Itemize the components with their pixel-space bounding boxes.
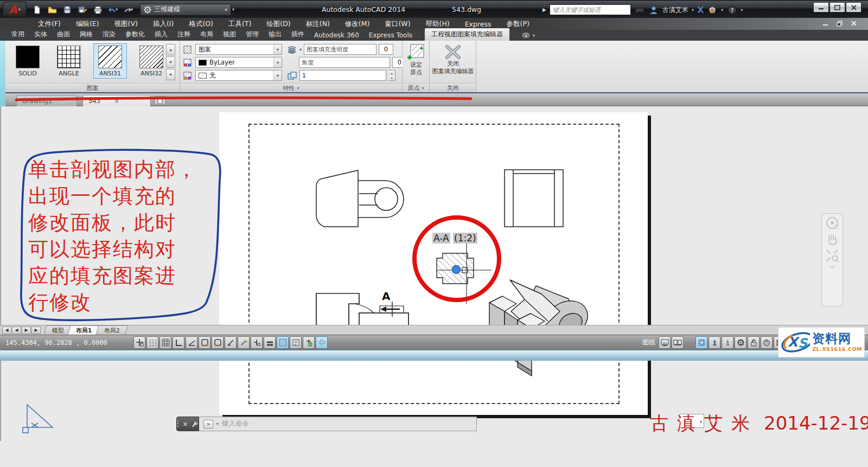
ribbon-tab-home[interactable]: 常用: [7, 28, 29, 41]
menu-help[interactable]: 帮助(H): [418, 20, 457, 29]
autoscale-button[interactable]: [722, 336, 733, 349]
properties-panel-title[interactable]: 特性▾: [180, 83, 402, 92]
ribbon-tab-render[interactable]: 渲染: [98, 28, 120, 41]
redo-button[interactable]: ▾: [122, 3, 135, 16]
close-hatch-editor-button[interactable]: 关闭 图案填充编辑器: [431, 44, 475, 75]
menu-insert[interactable]: 插入(I): [145, 20, 181, 29]
pattern-angle[interactable]: ANGLE: [52, 43, 86, 79]
ribbon-minimize-control[interactable]: ▴ ▾: [521, 32, 535, 41]
menu-parametric[interactable]: 参数(P): [499, 20, 537, 29]
communication-center-button[interactable]: [707, 4, 718, 15]
ribbon-tab-express-tools[interactable]: Express Tools: [364, 30, 417, 41]
prev-layout-button[interactable]: ◀: [12, 327, 21, 334]
quick-view-layouts-button[interactable]: [659, 336, 671, 349]
cc-caret-icon[interactable]: ▾: [721, 8, 723, 12]
polar-toggle[interactable]: [186, 336, 197, 349]
menu-modify[interactable]: 修改(M): [337, 20, 378, 29]
toolbar-lock-button[interactable]: [748, 336, 760, 349]
ribbon-tab-mesh[interactable]: 网格: [75, 28, 98, 41]
gallery-scroll-up-button[interactable]: ▴: [166, 44, 175, 55]
qat-customize-caret-icon[interactable]: ▾: [232, 7, 234, 12]
layout-tab-layout1[interactable]: 布局1: [68, 325, 101, 335]
next-layout-button[interactable]: ▶: [22, 327, 31, 334]
layout-paper[interactable]: [219, 112, 648, 415]
transparency-value[interactable]: 0: [379, 44, 393, 55]
hatch-color-combo[interactable]: ByLayer ▾: [195, 57, 282, 68]
osnap-3d-toggle[interactable]: [212, 336, 224, 349]
help-caret-icon[interactable]: ▾: [741, 8, 743, 12]
file-tab-drawing1[interactable]: Drawing1: [16, 95, 77, 106]
pattern-ansi31-selected[interactable]: ANSI31: [93, 43, 127, 79]
hardware-acceleration-button[interactable]: [761, 336, 773, 349]
annotation-monitor-toggle[interactable]: [316, 336, 328, 349]
menu-file[interactable]: 文件(F): [30, 20, 68, 29]
open-button[interactable]: [46, 3, 59, 16]
menu-dimension[interactable]: 标注(N): [298, 20, 337, 29]
origin-panel-title[interactable]: 原点▾: [403, 83, 429, 92]
pattern-solid[interactable]: SOLID: [11, 43, 44, 79]
ribbon-tab-autodesk360[interactable]: Autodesk 360: [309, 30, 364, 41]
doc-minimize-button[interactable]: [821, 20, 830, 27]
menu-view[interactable]: 视图(V): [107, 20, 145, 29]
minimize-button[interactable]: [813, 2, 829, 12]
ducs-toggle[interactable]: [238, 336, 250, 349]
plot-button[interactable]: [91, 3, 104, 16]
workspace-switching-button[interactable]: [735, 336, 746, 349]
undo-button[interactable]: ▾: [106, 3, 119, 16]
coordinates-readout[interactable]: 145.4304, 96.2828 , 0.0000: [5, 339, 107, 347]
menu-format[interactable]: 格式(O): [181, 20, 221, 29]
hatch-type-combo[interactable]: 图案 ▾: [195, 44, 282, 55]
hatch-scale-field[interactable]: 1: [299, 70, 386, 81]
grid-toggle[interactable]: [159, 336, 171, 349]
annotation-scale-button[interactable]: [695, 336, 707, 349]
menu-draw[interactable]: 绘图(D): [259, 20, 298, 29]
workspace-switcher[interactable]: 三维建模 ▾: [140, 4, 231, 16]
command-placeholder[interactable]: 键入命令: [222, 419, 249, 428]
wrench-icon[interactable]: [191, 420, 199, 428]
doc-close-button[interactable]: [850, 20, 858, 27]
menu-window[interactable]: 窗口(W): [377, 20, 418, 29]
selection-cycling-toggle[interactable]: [303, 336, 315, 349]
quick-properties-toggle[interactable]: [290, 336, 302, 349]
save-button[interactable]: [61, 3, 74, 16]
infocenter-search-input[interactable]: [550, 4, 631, 15]
paper-model-button[interactable]: 图纸: [640, 337, 658, 348]
last-layout-button[interactable]: ▶: [31, 327, 41, 334]
scale-spinner[interactable]: ▴ ▾: [388, 70, 395, 81]
ribbon-tab-surface[interactable]: 曲面: [52, 28, 75, 41]
application-menu-button[interactable]: A ▾: [3, 2, 27, 17]
new-drawing-tab-button[interactable]: [154, 96, 166, 105]
command-close-icon[interactable]: ×: [182, 420, 188, 428]
dyn-toggle[interactable]: [251, 336, 263, 349]
ribbon-tab-parametric[interactable]: 参数化: [120, 28, 150, 41]
menu-express[interactable]: Express: [457, 20, 499, 28]
transparency-caret-icon[interactable]: ▾: [299, 47, 302, 52]
section-view-label[interactable]: A-A (1:2): [432, 233, 477, 244]
combo-caret-icon[interactable]: ▾: [273, 44, 282, 54]
ribbon-tab-solid[interactable]: 实体: [29, 28, 52, 41]
transparency-icon[interactable]: [286, 44, 297, 54]
pattern-ansi32[interactable]: ANSI32: [135, 43, 168, 79]
ribbon-minimize-caret-icon[interactable]: ▾: [533, 33, 535, 38]
maximize-button[interactable]: [829, 2, 845, 12]
menu-tools[interactable]: 工具(T): [221, 20, 259, 29]
ribbon-tab-manage[interactable]: 管理: [241, 28, 264, 41]
otrack-toggle[interactable]: [225, 336, 237, 349]
new-button[interactable]: [30, 3, 43, 16]
infocenter-expand-icon[interactable]: ▶: [542, 7, 546, 12]
navigation-bar[interactable]: 2D: [821, 213, 843, 306]
ribbon-tab-annotate[interactable]: 注释: [173, 28, 195, 41]
ortho-toggle[interactable]: [173, 336, 184, 349]
doc-restore-button[interactable]: [835, 20, 844, 27]
help-button[interactable]: ?: [726, 4, 737, 15]
ribbon-tab-insert[interactable]: 插入: [150, 28, 173, 41]
exchange-apps-icon[interactable]: X: [697, 5, 704, 15]
transparency-toggle[interactable]: [277, 336, 289, 349]
annotation-visibility-button[interactable]: [709, 336, 720, 349]
set-origin-button[interactable]: 设定 原点: [406, 43, 426, 76]
signed-in-user[interactable]: 古滇艾米: [662, 5, 688, 15]
ribbon-tab-output[interactable]: 输出: [264, 28, 286, 41]
command-input-area[interactable]: > ▾ 键入命令: [199, 417, 477, 431]
file-tab-543[interactable]: 543 ×: [82, 95, 151, 106]
gallery-scroll-down-button[interactable]: ▾: [166, 56, 175, 68]
